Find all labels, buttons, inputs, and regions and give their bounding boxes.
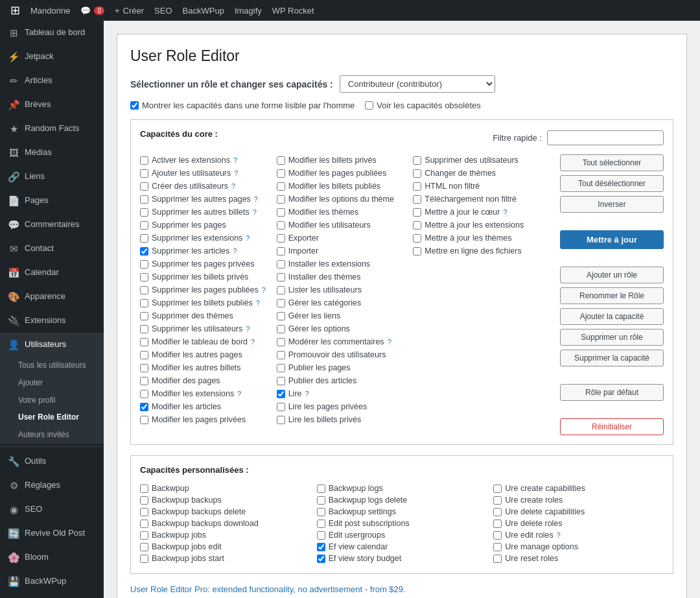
cap-checkbox[interactable] bbox=[493, 520, 502, 528]
cap-checkbox[interactable] bbox=[277, 377, 285, 385]
sidebar-submenu-votre-profil[interactable]: Votre profil bbox=[0, 392, 104, 409]
cap-info-icon[interactable]: ? bbox=[231, 182, 235, 190]
cap-checkbox[interactable] bbox=[140, 520, 148, 528]
select-all-button[interactable]: Tout sélectionner bbox=[560, 154, 664, 171]
cap-checkbox[interactable] bbox=[277, 299, 285, 307]
cap-checkbox[interactable] bbox=[140, 247, 148, 256]
sidebar-submenu-auteurs-invites[interactable]: Auteurs invités bbox=[0, 426, 104, 444]
sidebar-item-utilisateurs[interactable]: 👤 Utilisateurs bbox=[0, 333, 104, 357]
cap-checkbox[interactable] bbox=[493, 484, 502, 493]
cap-info-icon[interactable]: ? bbox=[557, 531, 561, 539]
cap-checkbox[interactable] bbox=[277, 169, 285, 178]
checkbox-human[interactable] bbox=[130, 101, 139, 110]
cap-info-icon[interactable]: ? bbox=[237, 390, 241, 398]
add-cap-button[interactable]: Ajouter la capacité bbox=[560, 308, 664, 325]
sidebar-item-articles[interactable]: ✏ Articles bbox=[0, 69, 104, 93]
cap-info-icon[interactable]: ? bbox=[256, 299, 260, 307]
cap-checkbox[interactable] bbox=[277, 286, 285, 294]
sidebar-item-extensions[interactable]: 🔌 Extensions bbox=[0, 309, 104, 333]
cap-checkbox[interactable] bbox=[413, 182, 421, 191]
adminbar-wprocket[interactable]: WP Rocket bbox=[267, 0, 320, 21]
cap-checkbox[interactable] bbox=[317, 531, 325, 540]
cap-checkbox[interactable] bbox=[140, 416, 148, 424]
cap-checkbox[interactable] bbox=[140, 403, 148, 411]
rename-role-button[interactable]: Renommer le Rôle bbox=[560, 287, 664, 304]
cap-checkbox[interactable] bbox=[140, 543, 148, 551]
delete-cap-button[interactable]: Supprimer la capacité bbox=[560, 350, 664, 366]
sidebar-item-apparence[interactable]: 🎨 Apparence bbox=[0, 285, 104, 309]
sidebar-item-commentaires[interactable]: 💬 Commentaires bbox=[0, 213, 104, 237]
sidebar-item-bloom[interactable]: 🌸 Bloom bbox=[0, 545, 104, 569]
cap-checkbox[interactable] bbox=[140, 234, 148, 243]
sidebar-submenu-user-role-editor[interactable]: User Role Editor bbox=[0, 409, 104, 426]
sidebar-submenu-tous-utilisateurs[interactable]: Tous les utilisateurs bbox=[0, 357, 104, 374]
cap-checkbox[interactable] bbox=[140, 390, 148, 398]
cap-checkbox[interactable] bbox=[277, 234, 285, 243]
sidebar-item-medias[interactable]: 🖼 Médias bbox=[0, 141, 104, 165]
sidebar-item-jetpack[interactable]: ⚡ Jetpack bbox=[0, 45, 104, 69]
cap-checkbox[interactable] bbox=[413, 156, 421, 165]
footer-link[interactable]: User Role Editor Pro: extended functiona… bbox=[130, 584, 406, 594]
cap-checkbox[interactable] bbox=[317, 543, 325, 551]
cap-info-icon[interactable]: ? bbox=[253, 208, 257, 216]
cap-checkbox[interactable] bbox=[140, 351, 148, 359]
cap-checkbox[interactable] bbox=[140, 299, 148, 307]
cap-checkbox[interactable] bbox=[140, 221, 148, 230]
cap-checkbox[interactable] bbox=[277, 221, 285, 230]
deselect-all-button[interactable]: Tout désélectionner bbox=[560, 175, 664, 192]
sidebar-item-liens[interactable]: 🔗 Liens bbox=[0, 165, 104, 189]
cap-checkbox[interactable] bbox=[493, 496, 502, 505]
cap-checkbox[interactable] bbox=[277, 364, 285, 372]
sidebar-item-breves[interactable]: 📌 Brèves bbox=[0, 93, 104, 117]
cap-checkbox[interactable] bbox=[140, 531, 148, 540]
add-role-button[interactable]: Ajouter un rôle bbox=[560, 267, 664, 283]
update-button[interactable]: Mettre à jour bbox=[560, 230, 664, 249]
adminbar-site-name[interactable]: Mandorine bbox=[25, 0, 75, 21]
cap-checkbox[interactable] bbox=[140, 338, 148, 346]
cap-info-icon[interactable]: ? bbox=[246, 325, 250, 333]
cap-checkbox[interactable] bbox=[317, 520, 325, 528]
cap-checkbox[interactable] bbox=[140, 325, 148, 333]
cap-checkbox[interactable] bbox=[277, 416, 285, 424]
cap-checkbox[interactable] bbox=[277, 351, 285, 359]
filtre-rapide-input[interactable] bbox=[547, 130, 664, 145]
cap-checkbox[interactable] bbox=[140, 169, 148, 178]
adminbar-seo[interactable]: SEO bbox=[149, 0, 177, 21]
cap-checkbox[interactable] bbox=[277, 403, 285, 411]
cap-checkbox[interactable] bbox=[277, 247, 285, 256]
cap-checkbox[interactable] bbox=[140, 377, 148, 385]
sidebar-item-calendar[interactable]: 📅 Calendar bbox=[0, 261, 104, 285]
cap-checkbox[interactable] bbox=[140, 273, 148, 281]
cap-checkbox[interactable] bbox=[317, 484, 325, 493]
cap-info-icon[interactable]: ? bbox=[254, 195, 258, 203]
sidebar-submenu-ajouter[interactable]: Ajouter bbox=[0, 374, 104, 392]
cap-checkbox[interactable] bbox=[140, 182, 148, 191]
cap-info-icon[interactable]: ? bbox=[233, 247, 237, 255]
adminbar-imagify[interactable]: Imagify bbox=[229, 0, 267, 21]
adminbar-comments[interactable]: 💬 0 bbox=[75, 0, 110, 21]
role-select[interactable]: Administrateur (administrator)Éditeur (e… bbox=[340, 75, 495, 93]
cap-info-icon[interactable]: ? bbox=[305, 390, 309, 398]
sidebar-item-random-facts[interactable]: ★ Random Facts bbox=[0, 117, 104, 141]
cap-info-icon[interactable]: ? bbox=[503, 208, 507, 216]
cap-checkbox[interactable] bbox=[140, 496, 148, 505]
cap-checkbox[interactable] bbox=[317, 555, 325, 563]
cap-info-icon[interactable]: ? bbox=[233, 156, 237, 164]
cap-checkbox[interactable] bbox=[277, 312, 285, 320]
sidebar-item-seo[interactable]: ◉ SEO bbox=[0, 497, 104, 521]
sidebar-item-tableau-de-bord[interactable]: ⊞ Tableau de bord bbox=[0, 21, 104, 45]
cap-checkbox[interactable] bbox=[140, 555, 148, 563]
delete-role-button[interactable]: Supprimer un rôle bbox=[560, 329, 664, 346]
reset-button[interactable]: Réinitialiser bbox=[560, 418, 664, 435]
cap-info-icon[interactable]: ? bbox=[234, 169, 238, 177]
cap-checkbox[interactable] bbox=[140, 260, 148, 269]
cap-checkbox[interactable] bbox=[277, 260, 285, 269]
sidebar-item-backwpup[interactable]: 💾 BackWPup bbox=[0, 569, 104, 593]
cap-checkbox[interactable] bbox=[493, 555, 502, 563]
cap-checkbox[interactable] bbox=[277, 390, 285, 398]
cap-checkbox[interactable] bbox=[277, 182, 285, 191]
checkbox-human-label[interactable]: Montrer les capacités dans une forme lis… bbox=[130, 101, 355, 110]
cap-checkbox[interactable] bbox=[277, 156, 285, 165]
cap-checkbox[interactable] bbox=[140, 484, 148, 493]
checkbox-obsolete-label[interactable]: Voir les capacités obsolètes bbox=[365, 101, 480, 110]
